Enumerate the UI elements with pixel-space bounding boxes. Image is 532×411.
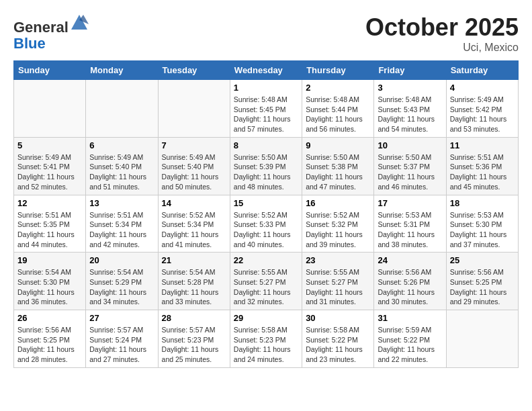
day-info: Sunrise: 5:55 AMSunset: 5:27 PMDaylight:… bbox=[234, 267, 298, 307]
calendar-cell bbox=[14, 80, 86, 138]
calendar-cell: 9Sunrise: 5:50 AMSunset: 5:38 PMDaylight… bbox=[302, 137, 374, 195]
day-info: Sunrise: 5:50 AMSunset: 5:39 PMDaylight:… bbox=[234, 152, 298, 192]
day-number: 14 bbox=[162, 198, 226, 208]
day-number: 11 bbox=[450, 140, 515, 150]
calendar-cell: 31Sunrise: 5:59 AMSunset: 5:22 PMDayligh… bbox=[374, 310, 446, 368]
calendar-cell: 1Sunrise: 5:48 AMSunset: 5:45 PMDaylight… bbox=[230, 80, 302, 138]
day-number: 23 bbox=[306, 255, 370, 265]
calendar-cell: 15Sunrise: 5:52 AMSunset: 5:33 PMDayligh… bbox=[230, 195, 302, 253]
week-row-4: 19Sunrise: 5:54 AMSunset: 5:30 PMDayligh… bbox=[14, 253, 519, 310]
day-info: Sunrise: 5:50 AMSunset: 5:38 PMDaylight:… bbox=[306, 152, 370, 192]
calendar-cell: 4Sunrise: 5:49 AMSunset: 5:42 PMDaylight… bbox=[446, 80, 518, 138]
calendar-cell: 10Sunrise: 5:50 AMSunset: 5:37 PMDayligh… bbox=[374, 137, 446, 195]
day-info: Sunrise: 5:48 AMSunset: 5:45 PMDaylight:… bbox=[234, 95, 298, 134]
day-number: 26 bbox=[17, 313, 82, 323]
week-row-3: 12Sunrise: 5:51 AMSunset: 5:35 PMDayligh… bbox=[14, 195, 519, 253]
calendar-cell: 22Sunrise: 5:55 AMSunset: 5:27 PMDayligh… bbox=[230, 253, 302, 310]
logo: General Blue bbox=[13, 13, 89, 52]
calendar-cell: 21Sunrise: 5:54 AMSunset: 5:28 PMDayligh… bbox=[158, 253, 230, 310]
day-number: 2 bbox=[306, 83, 370, 93]
calendar-cell: 2Sunrise: 5:48 AMSunset: 5:44 PMDaylight… bbox=[302, 80, 374, 138]
calendar-cell: 6Sunrise: 5:49 AMSunset: 5:40 PMDaylight… bbox=[86, 137, 158, 195]
day-number: 28 bbox=[162, 313, 226, 323]
calendar-cell: 27Sunrise: 5:57 AMSunset: 5:24 PMDayligh… bbox=[86, 310, 158, 368]
day-info: Sunrise: 5:58 AMSunset: 5:22 PMDaylight:… bbox=[306, 325, 370, 365]
day-number: 3 bbox=[378, 83, 442, 93]
calendar-cell bbox=[158, 80, 230, 138]
day-info: Sunrise: 5:56 AMSunset: 5:26 PMDaylight:… bbox=[378, 267, 442, 307]
logo-general-text: General bbox=[13, 19, 69, 36]
calendar-cell: 25Sunrise: 5:56 AMSunset: 5:25 PMDayligh… bbox=[446, 253, 518, 310]
day-info: Sunrise: 5:54 AMSunset: 5:29 PMDaylight:… bbox=[89, 267, 154, 307]
calendar-cell: 12Sunrise: 5:51 AMSunset: 5:35 PMDayligh… bbox=[14, 195, 86, 253]
calendar-cell: 20Sunrise: 5:54 AMSunset: 5:29 PMDayligh… bbox=[86, 253, 158, 310]
calendar-header-saturday: Saturday bbox=[446, 61, 518, 80]
week-row-1: 1Sunrise: 5:48 AMSunset: 5:45 PMDaylight… bbox=[14, 80, 519, 138]
day-number: 9 bbox=[306, 140, 370, 150]
week-row-5: 26Sunrise: 5:56 AMSunset: 5:25 PMDayligh… bbox=[14, 310, 519, 368]
calendar-cell: 16Sunrise: 5:52 AMSunset: 5:32 PMDayligh… bbox=[302, 195, 374, 253]
calendar-cell: 23Sunrise: 5:55 AMSunset: 5:27 PMDayligh… bbox=[302, 253, 374, 310]
calendar-cell: 11Sunrise: 5:51 AMSunset: 5:36 PMDayligh… bbox=[446, 137, 518, 195]
day-number: 10 bbox=[378, 140, 442, 150]
calendar-cell bbox=[86, 80, 158, 138]
day-info: Sunrise: 5:52 AMSunset: 5:34 PMDaylight:… bbox=[162, 210, 226, 250]
day-info: Sunrise: 5:49 AMSunset: 5:40 PMDaylight:… bbox=[162, 152, 226, 192]
day-info: Sunrise: 5:50 AMSunset: 5:37 PMDaylight:… bbox=[378, 152, 442, 192]
day-number: 4 bbox=[450, 83, 515, 93]
day-number: 30 bbox=[306, 313, 370, 323]
day-info: Sunrise: 5:58 AMSunset: 5:23 PMDaylight:… bbox=[234, 325, 298, 365]
day-info: Sunrise: 5:52 AMSunset: 5:33 PMDaylight:… bbox=[234, 210, 298, 250]
calendar-header-wednesday: Wednesday bbox=[230, 61, 302, 80]
day-info: Sunrise: 5:53 AMSunset: 5:31 PMDaylight:… bbox=[378, 210, 442, 250]
calendar-header-friday: Friday bbox=[374, 61, 446, 80]
calendar-header-sunday: Sunday bbox=[14, 61, 86, 80]
day-number: 5 bbox=[17, 140, 82, 150]
calendar-cell: 13Sunrise: 5:51 AMSunset: 5:34 PMDayligh… bbox=[86, 195, 158, 253]
week-row-2: 5Sunrise: 5:49 AMSunset: 5:41 PMDaylight… bbox=[14, 137, 519, 195]
page-header: General Blue October 2025 Uci, Mexico bbox=[13, 13, 519, 54]
day-number: 18 bbox=[450, 198, 515, 208]
day-number: 31 bbox=[378, 313, 442, 323]
day-number: 15 bbox=[234, 198, 298, 208]
day-number: 8 bbox=[234, 140, 298, 150]
day-number: 19 bbox=[17, 255, 82, 265]
day-info: Sunrise: 5:54 AMSunset: 5:28 PMDaylight:… bbox=[162, 267, 226, 307]
day-number: 16 bbox=[306, 198, 370, 208]
day-info: Sunrise: 5:57 AMSunset: 5:23 PMDaylight:… bbox=[162, 325, 226, 365]
calendar-table: SundayMondayTuesdayWednesdayThursdayFrid… bbox=[13, 60, 519, 368]
day-info: Sunrise: 5:56 AMSunset: 5:25 PMDaylight:… bbox=[17, 325, 82, 365]
calendar-cell: 5Sunrise: 5:49 AMSunset: 5:41 PMDaylight… bbox=[14, 137, 86, 195]
day-info: Sunrise: 5:57 AMSunset: 5:24 PMDaylight:… bbox=[89, 325, 154, 365]
day-info: Sunrise: 5:52 AMSunset: 5:32 PMDaylight:… bbox=[306, 210, 370, 250]
day-info: Sunrise: 5:51 AMSunset: 5:36 PMDaylight:… bbox=[450, 152, 515, 192]
location: Uci, Mexico bbox=[365, 42, 519, 54]
day-number: 13 bbox=[89, 198, 154, 208]
calendar-cell: 18Sunrise: 5:53 AMSunset: 5:30 PMDayligh… bbox=[446, 195, 518, 253]
day-info: Sunrise: 5:55 AMSunset: 5:27 PMDaylight:… bbox=[306, 267, 370, 307]
day-number: 29 bbox=[234, 313, 298, 323]
day-number: 25 bbox=[450, 255, 515, 265]
day-number: 27 bbox=[89, 313, 154, 323]
calendar-cell: 30Sunrise: 5:58 AMSunset: 5:22 PMDayligh… bbox=[302, 310, 374, 368]
day-info: Sunrise: 5:59 AMSunset: 5:22 PMDaylight:… bbox=[378, 325, 442, 365]
calendar-header-monday: Monday bbox=[86, 61, 158, 80]
day-number: 17 bbox=[378, 198, 442, 208]
logo-icon bbox=[70, 13, 89, 32]
calendar-header-row: SundayMondayTuesdayWednesdayThursdayFrid… bbox=[14, 61, 519, 80]
day-number: 21 bbox=[162, 255, 226, 265]
day-number: 20 bbox=[89, 255, 154, 265]
calendar-cell: 24Sunrise: 5:56 AMSunset: 5:26 PMDayligh… bbox=[374, 253, 446, 310]
day-number: 22 bbox=[234, 255, 298, 265]
calendar-cell bbox=[446, 310, 518, 368]
day-info: Sunrise: 5:51 AMSunset: 5:35 PMDaylight:… bbox=[17, 210, 82, 250]
day-info: Sunrise: 5:53 AMSunset: 5:30 PMDaylight:… bbox=[450, 210, 515, 250]
day-info: Sunrise: 5:49 AMSunset: 5:41 PMDaylight:… bbox=[17, 152, 82, 192]
day-info: Sunrise: 5:48 AMSunset: 5:44 PMDaylight:… bbox=[306, 95, 370, 134]
day-number: 1 bbox=[234, 83, 298, 93]
calendar-cell: 8Sunrise: 5:50 AMSunset: 5:39 PMDaylight… bbox=[230, 137, 302, 195]
logo-blue-text: Blue bbox=[13, 35, 46, 52]
day-info: Sunrise: 5:49 AMSunset: 5:40 PMDaylight:… bbox=[89, 152, 154, 192]
day-info: Sunrise: 5:54 AMSunset: 5:30 PMDaylight:… bbox=[17, 267, 82, 307]
calendar-cell: 26Sunrise: 5:56 AMSunset: 5:25 PMDayligh… bbox=[14, 310, 86, 368]
